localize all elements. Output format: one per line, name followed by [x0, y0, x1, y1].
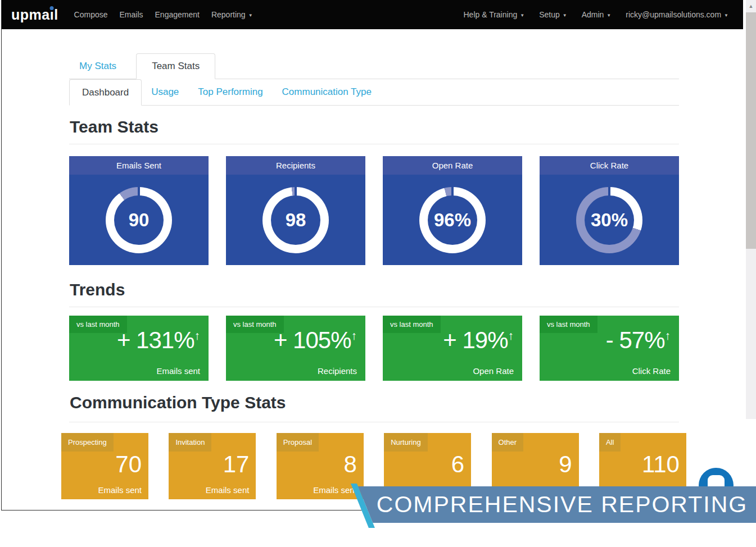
comm-caption: Emails sent: [98, 485, 142, 495]
nav-reporting-label: Reporting: [211, 10, 246, 19]
logo-blue-dot-icon: [50, 6, 54, 10]
trends-heading: Trends: [70, 280, 125, 299]
stat-card-title: Open Rate: [383, 156, 522, 175]
nav-setup[interactable]: Setup▼: [539, 10, 567, 19]
divider: [69, 307, 679, 307]
stat-card-emails-sent: Emails Sent 90: [69, 156, 209, 265]
trend-value: + 105%↑: [274, 327, 357, 354]
trend-value: + 19%↑: [443, 327, 514, 354]
comm-card-prospecting: Prospecting 70 Emails sent: [61, 433, 148, 499]
caret-down-icon: ▼: [563, 13, 567, 18]
top-navbar: upmaıl Compose Emails Engagement Reporti…: [2, 0, 743, 29]
stat-card-title: Recipients: [226, 156, 365, 175]
stat-value: 30%: [576, 187, 642, 253]
stat-card-title: Emails Sent: [69, 156, 209, 175]
donut-chart: 98: [262, 187, 329, 253]
comm-chip: Nurturing: [384, 433, 427, 452]
trend-label: Click Rate: [632, 366, 671, 376]
page-content: My Stats Team Stats Dashboard Usage Top …: [2, 29, 743, 509]
nav-user-email-label: ricky@upmailsolutions.com: [626, 10, 721, 19]
navbar-right-group: Help & Training▼ Setup▼ Admin▼ ricky@upm…: [463, 10, 743, 19]
comm-card-invitation: Invitation 17 Emails sent: [169, 433, 256, 499]
trend-label: Emails sent: [156, 366, 200, 376]
nav-compose[interactable]: Compose: [74, 10, 108, 19]
tab-dashboard[interactable]: Dashboard: [69, 79, 142, 106]
donut-wrap: 98: [226, 175, 365, 265]
secondary-tabs: Dashboard Usage Top Performing Communica…: [69, 79, 679, 106]
comm-caption: Emails sent: [206, 485, 250, 495]
comm-card-proposal: Proposal 8 Emails sent: [277, 433, 364, 499]
nav-reporting[interactable]: Reporting▼: [211, 10, 253, 19]
caret-down-icon: ▼: [724, 13, 728, 18]
app-window: upmaıl Compose Emails Engagement Reporti…: [1, 0, 743, 510]
caret-down-icon: ▼: [606, 13, 611, 18]
up-arrow-icon: ↑: [508, 329, 514, 342]
scrollbar-up-arrow-icon[interactable]: ▲: [746, 2, 756, 11]
comm-value: 8: [343, 451, 356, 478]
trend-label: Recipients: [318, 366, 357, 376]
comm-value: 6: [451, 451, 464, 478]
tab-top-performing[interactable]: Top Performing: [198, 79, 262, 105]
comm-value: 70: [115, 451, 142, 478]
up-arrow-icon: ↑: [194, 329, 201, 342]
comm-caption: Emails sent: [313, 485, 357, 495]
stat-card-title: Click Rate: [540, 156, 679, 175]
donut-wrap: 30%: [540, 175, 679, 265]
divider: [69, 422, 679, 422]
comm-value: 9: [559, 451, 572, 478]
primary-tabs: My Stats Team Stats: [69, 53, 679, 79]
trend-card-emails-sent: vs last month + 131%↑ Emails sent: [69, 316, 209, 381]
donut-wrap: 96%: [383, 175, 522, 265]
stat-value: 90: [106, 187, 172, 253]
nav-help-training-label: Help & Training: [463, 10, 517, 19]
scrollbar-thumb[interactable]: [746, 12, 756, 249]
donut-wrap: 90: [69, 175, 209, 265]
donut-chart: 96%: [419, 187, 486, 253]
up-arrow-icon: ↑: [351, 329, 357, 342]
trend-card-open-rate: vs last month + 19%↑ Open Rate: [383, 316, 522, 381]
trend-label: Open Rate: [473, 366, 514, 376]
nav-setup-label: Setup: [539, 10, 560, 19]
trend-chip: vs last month: [383, 316, 441, 333]
trend-number: + 105%: [274, 327, 351, 353]
comm-chip: Other: [492, 433, 524, 452]
team-stats-heading: Team Stats: [70, 117, 159, 136]
stat-value: 96%: [419, 187, 486, 253]
donut-chart: 90: [106, 187, 172, 253]
trend-value: - 57%↑: [606, 327, 671, 354]
stat-value: 98: [262, 187, 329, 253]
communication-type-stats-heading: Communication Type Stats: [70, 393, 286, 412]
nav-admin[interactable]: Admin▼: [582, 10, 612, 19]
nav-admin-label: Admin: [582, 10, 604, 19]
upmail-logo[interactable]: upmaıl: [11, 7, 58, 23]
trends-cards: vs last month + 131%↑ Emails sent vs las…: [69, 316, 679, 381]
tab-my-stats[interactable]: My Stats: [79, 53, 116, 79]
nav-engagement[interactable]: Engagement: [155, 10, 200, 19]
divider: [69, 144, 679, 144]
banner-title: COMPREHENSIVE REPORTING: [368, 486, 756, 523]
stat-card-click-rate: Click Rate 30%: [540, 156, 679, 265]
donut-chart: 30%: [576, 187, 642, 253]
trend-value: + 131%↑: [117, 327, 200, 354]
tab-usage[interactable]: Usage: [151, 79, 179, 105]
caret-down-icon: ▼: [248, 13, 253, 18]
up-arrow-icon: ↑: [665, 329, 671, 342]
stat-card-recipients: Recipients 98: [226, 156, 365, 265]
trend-number: + 131%: [117, 327, 194, 353]
trend-number: + 19%: [443, 327, 508, 353]
tab-team-stats[interactable]: Team Stats: [136, 53, 215, 79]
comm-chip: Proposal: [277, 433, 319, 452]
nav-user-account[interactable]: ricky@upmailsolutions.com▼: [626, 10, 728, 19]
stat-card-open-rate: Open Rate 96%: [383, 156, 522, 265]
team-stats-cards: Emails Sent 90 Recipients 98: [69, 156, 679, 265]
nav-emails[interactable]: Emails: [120, 10, 143, 19]
trend-number: - 57%: [606, 327, 665, 353]
caret-down-icon: ▼: [520, 13, 524, 18]
comm-chip: Invitation: [169, 433, 211, 452]
comm-chip: All: [599, 433, 621, 452]
comm-value: 17: [223, 451, 250, 478]
trend-card-click-rate: vs last month - 57%↑ Click Rate: [540, 316, 679, 381]
tab-communication-type[interactable]: Communication Type: [282, 79, 372, 105]
trend-chip: vs last month: [540, 316, 597, 333]
nav-help-training[interactable]: Help & Training▼: [463, 10, 524, 19]
